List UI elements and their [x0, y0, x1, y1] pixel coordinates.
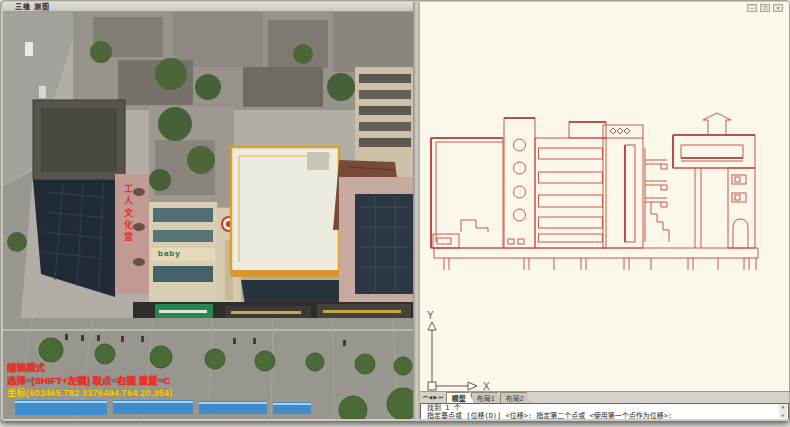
close-icon[interactable]: ✕ [773, 4, 783, 12]
dark-glass-building [33, 100, 125, 297]
command-scrollbar: ▲ ▼ [779, 404, 787, 418]
blue-canopies [15, 400, 311, 415]
scroll-down-icon[interactable]: ▼ [782, 413, 784, 418]
tab-layout2[interactable]: 布局2 [500, 392, 532, 403]
tab-layout1[interactable]: 布局1 [471, 392, 503, 403]
layout-tabbar: ⏮ ◀ ▶ ⏭ 模型 布局1 布局2 [420, 391, 789, 403]
aerial-photo-viewport[interactable]: 工人文化宫 baby 编辑模式 选择=[SHIFT+左键] 取点=右键 重置=C… [3, 12, 413, 419]
tab-last-icon[interactable]: ⏭ [438, 393, 443, 402]
tab-first-icon[interactable]: ⏮ [423, 393, 428, 402]
cad-canvas[interactable]: Y X [420, 14, 789, 391]
tab-model[interactable]: 模型 [446, 392, 474, 403]
center-blocks [149, 107, 234, 207]
cream-shop-building [149, 202, 217, 317]
cad-pane: ─ ❐ ✕ [420, 2, 789, 419]
photo-pane-title: 三维 测图 [15, 3, 50, 10]
tab-nav-buttons: ⏮ ◀ ▶ ⏭ [420, 393, 446, 403]
photo-pane: 三维 测图 [3, 2, 413, 419]
command-prompt-line: 指定基点或 [位移(D)] <位移>: 指定第二个点或 <使用第一个点作为位移>… [427, 412, 778, 419]
minimize-icon[interactable]: ─ [747, 4, 757, 12]
help-line: 选择=[SHIFT+左键] 取点=右键 重置=C [7, 375, 172, 388]
edit-mode-line: 编辑模式 [7, 362, 172, 375]
tab-next-icon[interactable]: ▶ [433, 393, 437, 402]
coordinate-readout: 坐标(603465.782 3376494.764 20.354) [7, 387, 172, 400]
restore-icon[interactable]: ❐ [760, 4, 770, 12]
photo-pane-titlebar: 三维 测图 [3, 2, 413, 12]
ucs-y-label: Y [427, 310, 434, 321]
ucs-axis-icon: Y X [422, 310, 497, 400]
command-history-line: 找到 1 个 [427, 404, 778, 412]
aerial-photo [3, 12, 413, 419]
pane-divider[interactable] [413, 2, 420, 419]
cad-elevation-drawing [426, 110, 762, 272]
app-window: 三维 测图 [0, 0, 790, 421]
baby-shop-sign: baby [158, 249, 181, 258]
white-roof [231, 147, 339, 277]
viewport-overlay-text: 编辑模式 选择=[SHIFT+左键] 取点=右键 重置=C 坐标(603465.… [7, 362, 172, 400]
command-line-window[interactable]: 找到 1 个 指定基点或 [位移(D)] <位移>: 指定第二个点或 <使用第一… [420, 403, 789, 419]
scroll-up-icon[interactable]: ▲ [782, 404, 784, 409]
building-vertical-sign: 工人文化宫 [123, 184, 133, 244]
tab-prev-icon[interactable]: ◀ [429, 393, 433, 402]
window-bottom-frame [3, 419, 789, 421]
cad-window-controls: ─ ❐ ✕ [747, 4, 783, 12]
